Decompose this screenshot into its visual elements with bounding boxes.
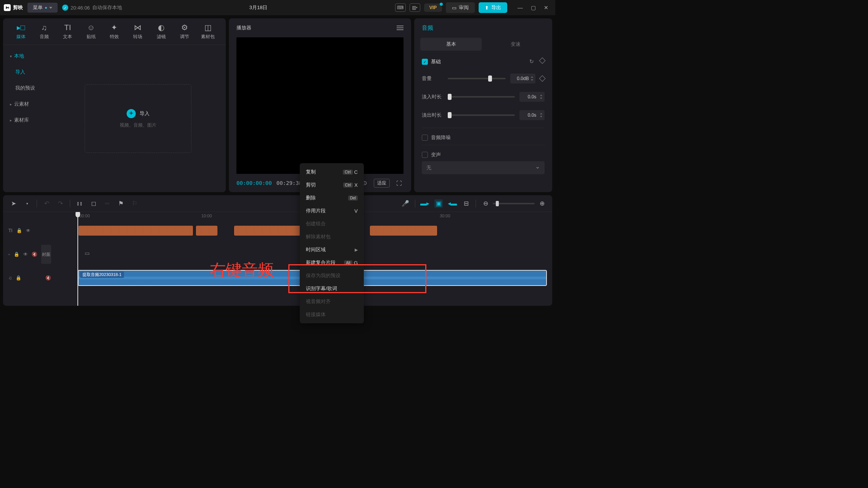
player-menu-icon[interactable] — [397, 26, 403, 30]
media-panel: ▸□媒体 ♫音频 TI文本 ☺贴纸 ✦特效 ⋈转场 ◐滤镜 ⚙调节 ◫素材包 ▾… — [3, 18, 226, 192]
pack-icon: ◫ — [204, 23, 212, 32]
fadeout-slider[interactable] — [448, 114, 515, 116]
fadein-value[interactable]: 0.0s — [519, 92, 545, 102]
import-dropzone[interactable]: + 导入 视频、音频、图片 — [85, 84, 191, 153]
autosave-status: ✓ 20:46:06 自动保存本地 — [62, 4, 122, 11]
plus-icon: + — [127, 109, 136, 118]
ctx-unpack: 解除素材包 — [300, 230, 364, 243]
zoom-in-icon[interactable]: ⊕ — [538, 199, 546, 208]
fadein-slider[interactable] — [448, 96, 515, 98]
tab-sticker[interactable]: ☺贴纸 — [79, 21, 103, 42]
vip-badge[interactable]: VIP — [424, 3, 442, 12]
ctx-link-media: 链接媒体 — [300, 308, 364, 312]
minimize-button[interactable]: — — [515, 3, 526, 12]
player-viewport[interactable] — [236, 37, 403, 174]
ctx-timerange[interactable]: 时间区域▶ — [300, 243, 364, 256]
ctx-delete[interactable]: 删除Del — [300, 191, 364, 204]
text-clip[interactable] — [196, 226, 217, 236]
reset-icon[interactable]: ↻ — [529, 58, 536, 65]
inspector-title: 音频 — [414, 18, 552, 38]
text-track-icon: TI — [8, 228, 13, 233]
media-icon: ▸□ — [17, 23, 25, 32]
fadein-row: 淡入时长 0.0s — [422, 92, 545, 102]
sidebar-item-library[interactable]: ▸素材库 — [3, 112, 50, 128]
tab-audio[interactable]: ♫音频 — [32, 21, 56, 42]
sidebar-item-import[interactable]: 导入 — [3, 64, 50, 80]
tab-adjust[interactable]: ⚙调节 — [173, 21, 196, 42]
ctx-copy[interactable]: 复制CtrlC — [300, 165, 364, 178]
mic-icon[interactable]: 🎤 — [401, 199, 410, 208]
ctx-recognize-lyrics[interactable]: 识别字幕/歌词 — [300, 282, 364, 295]
tab-basic[interactable]: 基本 — [420, 38, 482, 51]
layout-icon[interactable]: ▥▾ — [410, 3, 420, 12]
review-button[interactable]: ▭ 审阅 — [446, 2, 475, 13]
eye-icon[interactable]: 👁 — [23, 252, 28, 257]
fullscreen-icon[interactable]: ⛶ — [394, 178, 403, 188]
flag-off-tool[interactable]: ⚐ — [130, 199, 139, 208]
playhead[interactable] — [77, 212, 78, 306]
tab-effects[interactable]: ✦特效 — [103, 21, 126, 42]
export-button[interactable]: ⬆ 导出 — [479, 2, 507, 13]
zoom-out-icon[interactable]: ⊖ — [481, 199, 490, 208]
close-button[interactable]: ✕ — [541, 3, 551, 12]
align-tool[interactable]: ⊟ — [462, 199, 470, 208]
ctx-cut[interactable]: 剪切CtrlX — [300, 178, 364, 191]
sidebar-item-presets[interactable]: 我的预设 — [3, 80, 50, 96]
ctx-compound[interactable]: 新建复合片段AltG — [300, 256, 364, 269]
lock-icon[interactable]: 🔒 — [14, 252, 19, 257]
text-track-head: TI 🔒 👁 — [3, 220, 56, 241]
crop-tool[interactable]: ◻ — [89, 199, 98, 208]
eye-icon[interactable]: 👁 — [26, 228, 31, 233]
audio-icon: ♫ — [41, 23, 47, 32]
noise-label: 音频降噪 — [431, 134, 451, 141]
split-tool[interactable]: ⫾⫾ — [76, 199, 84, 208]
keyboard-icon[interactable]: ⌨ — [395, 3, 406, 12]
zoom-slider[interactable] — [493, 203, 535, 204]
tab-pack[interactable]: ◫素材包 — [196, 21, 220, 42]
keyframe-icon[interactable] — [539, 58, 546, 64]
magnet-tool[interactable]: ▬▸ — [421, 199, 429, 208]
voice-checkbox[interactable] — [422, 152, 428, 158]
flag-tool[interactable]: ⚑ — [117, 199, 125, 208]
snap-tool[interactable]: ◂▬ — [448, 199, 457, 208]
redo-button[interactable]: ↷ — [56, 199, 64, 208]
volume-slider[interactable] — [448, 78, 506, 79]
cover-thumbnail[interactable]: 封面 — [41, 245, 51, 264]
link-tool[interactable]: ▣ — [434, 199, 443, 208]
menu-button[interactable]: 菜单 — [27, 3, 58, 13]
tab-transition[interactable]: ⋈转场 — [126, 21, 149, 42]
select-tool[interactable]: ➤ — [9, 199, 18, 208]
mute-icon[interactable]: 🔇 — [45, 275, 51, 281]
voice-dropdown[interactable]: 无 — [422, 161, 545, 174]
tab-text[interactable]: TI文本 — [56, 21, 79, 42]
project-title: 3月18日 — [127, 4, 391, 11]
text-clip[interactable] — [234, 226, 305, 236]
lock-icon[interactable]: 🔒 — [16, 275, 21, 281]
app-logo: ✄ 剪映 — [4, 4, 23, 11]
tab-speed[interactable]: 变速 — [485, 38, 546, 51]
select-dropdown[interactable]: ▾ — [23, 199, 31, 208]
lock-icon[interactable]: 🔒 — [16, 228, 22, 233]
ctx-disable[interactable]: 停用片段V — [300, 204, 364, 217]
app-name: 剪映 — [13, 4, 23, 11]
video-frame-icon: ▭ — [85, 250, 90, 256]
sidebar-item-local[interactable]: ▾本地 — [3, 48, 50, 64]
mute-icon[interactable]: 🔇 — [32, 252, 37, 257]
inspector-panel: 音频 基本 变速 ✓ 基础 ↻ 音量 0.0dB 淡入时长 — [414, 18, 552, 192]
text-clip[interactable] — [79, 226, 193, 236]
noise-checkbox[interactable] — [422, 135, 428, 141]
volume-value[interactable]: 0.0dB — [510, 74, 535, 83]
keyframe-icon[interactable] — [539, 75, 546, 82]
ungroup-tool[interactable]: ▫▫ — [103, 199, 111, 208]
fit-button[interactable]: 适应 — [374, 179, 390, 188]
maximize-button[interactable]: ▢ — [528, 3, 538, 12]
export-icon: ⬆ — [485, 5, 489, 11]
base-checkbox[interactable]: ✓ — [422, 59, 428, 65]
sidebar-item-cloud[interactable]: ▸云素材 — [3, 96, 50, 112]
tab-filter[interactable]: ◐滤镜 — [149, 21, 173, 42]
text-clip[interactable] — [370, 226, 437, 236]
undo-button[interactable]: ↶ — [42, 199, 51, 208]
tab-media[interactable]: ▸□媒体 — [9, 21, 32, 42]
text-icon: TI — [64, 23, 71, 32]
fadeout-value[interactable]: 0.0s — [519, 110, 545, 120]
